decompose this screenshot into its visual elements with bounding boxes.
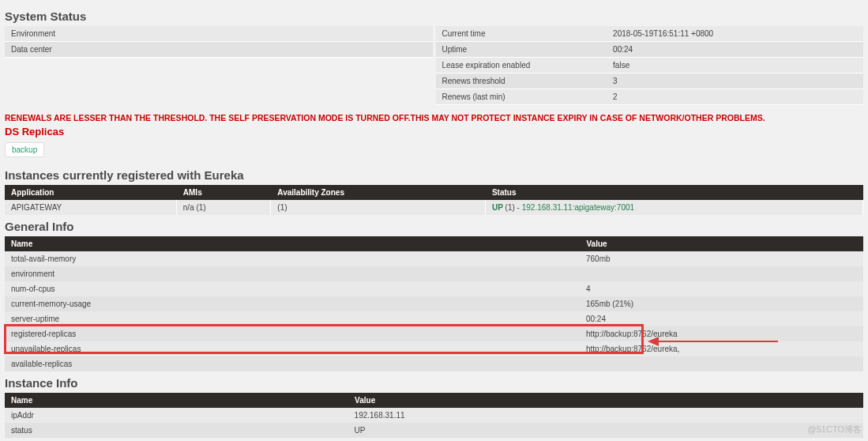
system-status-heading: System Status bbox=[5, 9, 863, 23]
gi-name: available-replicas bbox=[5, 356, 580, 371]
renews-value: 2 bbox=[607, 89, 863, 105]
col-zones: Availability Zones bbox=[271, 185, 486, 200]
gi-value: http://backup:8762/eureka bbox=[580, 326, 863, 341]
gi-value: http://backup:8762/eureka, bbox=[580, 341, 863, 356]
instance-app: APIGATEWAY bbox=[5, 200, 176, 215]
ds-replicas-heading: DS Replicas bbox=[5, 126, 863, 138]
ii-name: status bbox=[5, 423, 348, 438]
instance-zones: (1) bbox=[271, 200, 486, 215]
instance-amis: n/a (1) bbox=[176, 200, 271, 215]
gi-name: total-avail-memory bbox=[5, 251, 580, 266]
general-info-heading: General Info bbox=[5, 220, 863, 233]
threshold-label: Renews threshold bbox=[436, 74, 607, 89]
dc-value bbox=[176, 42, 433, 58]
instance-info-table: Name Value ipAddr192.168.31.11 statusUP bbox=[5, 393, 863, 438]
status-up: UP bbox=[492, 203, 503, 212]
gi-name: server-uptime bbox=[5, 311, 580, 326]
gi-value bbox=[580, 266, 863, 281]
col-status: Status bbox=[485, 185, 862, 200]
table-row: ipAddr192.168.31.11 bbox=[5, 408, 863, 423]
env-label: Environment bbox=[5, 26, 176, 42]
table-row: environment bbox=[5, 266, 863, 281]
table-row: unavailable-replicashttp://backup:8762/e… bbox=[5, 341, 863, 356]
gi-name: unavailable-replicas bbox=[5, 341, 580, 356]
instance-info-heading: Instance Info bbox=[5, 376, 863, 390]
ds-replica-link[interactable]: backup bbox=[5, 142, 44, 157]
current-time-label: Current time bbox=[436, 26, 607, 42]
gi-name: num-of-cpus bbox=[5, 281, 580, 296]
table-row: available-replicas bbox=[5, 356, 863, 371]
gi-col-value: Value bbox=[580, 236, 863, 251]
env-value bbox=[176, 26, 433, 42]
col-application: Application bbox=[5, 185, 176, 200]
gi-name: registered-replicas bbox=[5, 326, 580, 341]
gi-value: 00:24 bbox=[580, 311, 863, 326]
gi-value: 165mb (21%) bbox=[580, 296, 863, 311]
table-row: statusUP bbox=[5, 423, 863, 438]
ii-col-name: Name bbox=[5, 393, 348, 408]
env-table: Environment Data center bbox=[5, 26, 433, 58]
gi-value: 760mb bbox=[580, 251, 863, 266]
uptime-label: Uptime bbox=[436, 42, 607, 58]
table-row: total-avail-memory760mb bbox=[5, 251, 863, 266]
gi-col-name: Name bbox=[5, 236, 580, 251]
gi-name: environment bbox=[5, 266, 580, 281]
lease-label: Lease expiration enabled bbox=[436, 58, 607, 74]
dc-label: Data center bbox=[5, 42, 176, 58]
source-watermark: @51CTO博客 bbox=[808, 424, 862, 435]
lease-value: false bbox=[607, 58, 863, 74]
gi-value bbox=[580, 356, 863, 371]
ii-value: UP bbox=[348, 423, 863, 438]
instance-status: UP (1) - 192.168.31.11:apigateway:7001 bbox=[485, 200, 862, 215]
ii-col-value: Value bbox=[348, 393, 863, 408]
table-row: registered-replicashttp://backup:8762/eu… bbox=[5, 326, 863, 341]
instance-row: APIGATEWAY n/a (1) (1) UP (1) - 192.168.… bbox=[5, 200, 863, 215]
instances-table: Application AMIs Availability Zones Stat… bbox=[5, 185, 863, 215]
col-amis: AMIs bbox=[176, 185, 271, 200]
table-row: current-memory-usage165mb (21%) bbox=[5, 296, 863, 311]
status-sep: - bbox=[515, 203, 522, 212]
current-time-value: 2018-05-19T16:51:11 +0800 bbox=[607, 26, 863, 42]
uptime-value: 00:24 bbox=[607, 42, 863, 58]
gi-value: 4 bbox=[580, 281, 863, 296]
status-table: Current time2018-05-19T16:51:11 +0800 Up… bbox=[436, 26, 864, 105]
gi-name: current-memory-usage bbox=[5, 296, 580, 311]
ii-value: 192.168.31.11 bbox=[348, 408, 863, 423]
threshold-value: 3 bbox=[607, 74, 863, 89]
renews-label: Renews (last min) bbox=[436, 89, 607, 105]
instance-link[interactable]: 192.168.31.11:apigateway:7001 bbox=[522, 203, 634, 212]
warning-banner: RENEWALS ARE LESSER THAN THE THRESHOLD. … bbox=[5, 113, 863, 122]
status-count: (1) bbox=[505, 203, 515, 212]
table-row: num-of-cpus4 bbox=[5, 281, 863, 296]
instances-heading: Instances currently registered with Eure… bbox=[5, 168, 863, 182]
ii-name: ipAddr bbox=[5, 408, 348, 423]
general-info-table: Name Value total-avail-memory760mb envir… bbox=[5, 236, 863, 371]
table-row: server-uptime00:24 bbox=[5, 311, 863, 326]
